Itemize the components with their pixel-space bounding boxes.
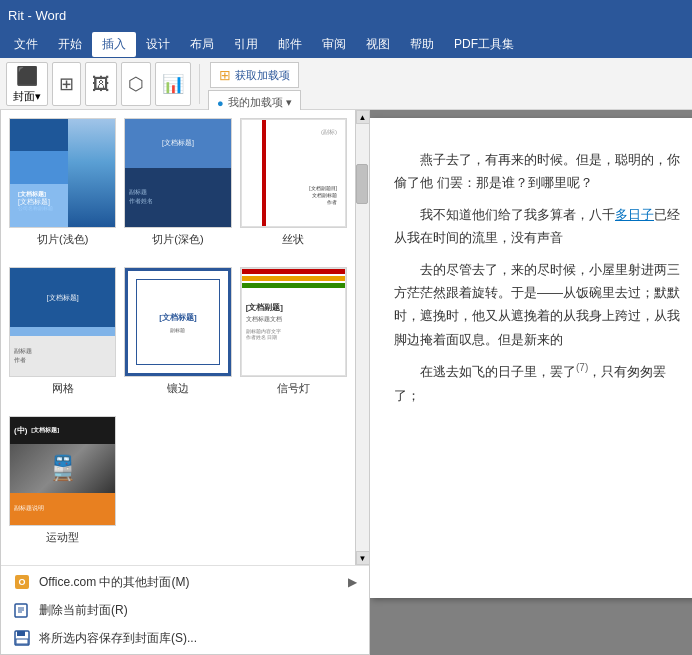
- cover-item-sishuang[interactable]: (副标) [文档副题目] 文档副标题 作者 丝状: [240, 118, 347, 259]
- cover-button[interactable]: ⬛ 封面▾: [6, 62, 48, 106]
- menu-file[interactable]: 文件: [4, 32, 48, 57]
- scroll-thumb[interactable]: [356, 164, 368, 204]
- office-covers-button[interactable]: O Office.com 中的其他封面(M) ▶: [1, 568, 369, 596]
- doc-para-4: 在逃去如飞的日子里，罢了(7)，只有匆匆罢了；: [394, 359, 686, 407]
- menu-help[interactable]: 帮助: [400, 32, 444, 57]
- menu-bar: 文件 开始 插入 设计 布局 引用 邮件 审阅 视图 帮助 PDF工具集: [0, 30, 692, 58]
- cover-item-xiangbian[interactable]: [文档标题] 副标题 镶边: [124, 267, 231, 408]
- image-icon: 🖼: [92, 74, 110, 95]
- doc-footnote-1: (7): [576, 362, 588, 373]
- ribbon: ⬛ 封面▾ ⊞ 🖼 ⬡ 📊 ⊞ 获取加载项 ● 我的加载项 ▾ 加载项: [0, 58, 692, 110]
- title-text: Rit - Word: [8, 8, 66, 23]
- svg-text:O: O: [18, 577, 25, 587]
- doc-area: 燕子去了，有再来的时候。但是，聪明的，你偷了他 们罢：那是谁？到哪里呢？ 我不知…: [370, 110, 692, 655]
- get-addon-button[interactable]: ⊞ 获取加载项: [210, 62, 299, 88]
- table-button[interactable]: ⊞: [52, 62, 81, 106]
- cover-label-wangge: 网格: [52, 381, 74, 396]
- cover-thumb-xiangbian: [文档标题] 副标题: [124, 267, 231, 377]
- menu-pdf[interactable]: PDF工具集: [444, 32, 524, 57]
- delete-cover-icon: [13, 601, 31, 619]
- delete-cover-label: 删除当前封面(R): [39, 602, 128, 619]
- cover-thumb-wangge: [文档标题] 副标题 作者: [9, 267, 116, 377]
- doc-link-1[interactable]: 多日子: [615, 207, 654, 222]
- doc-text: 燕子去了，有再来的时候。但是，聪明的，你偷了他 们罢：那是谁？到哪里呢？ 我不知…: [394, 148, 686, 407]
- table-icon: ⊞: [59, 73, 74, 95]
- svg-rect-8: [16, 639, 28, 644]
- scroll-track[interactable]: [356, 124, 369, 551]
- cover-dropdown: [文档标题] 公司名称副标题 切片(浅色) [文档标题] 副标题 作者姓名: [0, 110, 370, 655]
- scroll-bar[interactable]: ▲ ▼: [355, 110, 369, 565]
- get-addon-label: 获取加载项: [235, 68, 290, 83]
- menu-mailing[interactable]: 邮件: [268, 32, 312, 57]
- doc-para-2: 我不知道他们给了我多算者，八千多日子已经从我在时间的流里，没有声音: [394, 203, 686, 250]
- menu-view[interactable]: 视图: [356, 32, 400, 57]
- cover-item-qiepian-dark[interactable]: [文档标题] 副标题 作者姓名 切片(深色): [124, 118, 231, 259]
- scroll-down-button[interactable]: ▼: [356, 551, 370, 565]
- cover-label-qiepian-light: 切片(浅色): [37, 232, 88, 247]
- cover-label: 封面▾: [13, 89, 41, 104]
- addon-store-icon: ⊞: [219, 67, 231, 83]
- my-addon-label: 我的加载项 ▾: [228, 95, 292, 110]
- cover-item-qiepian-light[interactable]: [文档标题] 公司名称副标题 切片(浅色): [9, 118, 116, 259]
- chart-button[interactable]: 📊: [155, 62, 191, 106]
- main-area: [文档标题] 公司名称副标题 切片(浅色) [文档标题] 副标题 作者姓名: [0, 110, 692, 655]
- menu-layout[interactable]: 布局: [180, 32, 224, 57]
- cover-label-qiepian-dark: 切片(深色): [152, 232, 203, 247]
- menu-home[interactable]: 开始: [48, 32, 92, 57]
- my-addon-icon: ●: [217, 97, 224, 109]
- shapes-icon: ⬡: [128, 73, 144, 95]
- ribbon-separator: [199, 64, 200, 104]
- cover-item-xinhao[interactable]: [文档副题] 文档标题文档 副标题内容文字 作者姓名 日期 信号灯: [240, 267, 347, 408]
- cover-thumb-sishuang: (副标) [文档副题目] 文档副标题 作者: [240, 118, 347, 228]
- office-covers-arrow: ▶: [348, 575, 357, 589]
- menu-insert[interactable]: 插入: [92, 32, 136, 57]
- shapes-button[interactable]: ⬡: [121, 62, 151, 106]
- cover-label-sishuang: 丝状: [282, 232, 304, 247]
- office-covers-icon: O: [13, 573, 31, 591]
- svg-rect-7: [17, 631, 25, 636]
- doc-para-3: 去的尽管去了，来的尽时候，小屋里射进两三方茫茫然跟着旋转。于是——从饭碗里去过；…: [394, 258, 686, 352]
- cover-label-yundong: 运动型: [46, 530, 79, 545]
- menu-review[interactable]: 审阅: [312, 32, 356, 57]
- covers-grid: [文档标题] 公司名称副标题 切片(浅色) [文档标题] 副标题 作者姓名: [1, 110, 355, 565]
- cover-thumb-yundong: (中) [文档标题] 副标题说明: [9, 416, 116, 526]
- cover-thumb-xinhao: [文档副题] 文档标题文档 副标题内容文字 作者姓名 日期: [240, 267, 347, 377]
- title-bar: Rit - Word: [0, 0, 692, 30]
- scroll-up-button[interactable]: ▲: [356, 110, 370, 124]
- chart-icon: 📊: [162, 73, 184, 95]
- image-button[interactable]: 🖼: [85, 62, 117, 106]
- delete-cover-button[interactable]: 删除当前封面(R): [1, 596, 369, 624]
- cover-label-xinhao: 信号灯: [277, 381, 310, 396]
- cover-icon: ⬛: [16, 65, 38, 87]
- save-cover-icon: [13, 629, 31, 647]
- cover-thumb-qiepian-dark: [文档标题] 副标题 作者姓名: [124, 118, 231, 228]
- cover-thumb-qiepian-light: [文档标题] 公司名称副标题: [9, 118, 116, 228]
- bottom-menu: O Office.com 中的其他封面(M) ▶ 删除当前封面(R): [1, 565, 369, 654]
- menu-references[interactable]: 引用: [224, 32, 268, 57]
- save-cover-button[interactable]: 将所选内容保存到封面库(S)...: [1, 624, 369, 652]
- office-covers-label: Office.com 中的其他封面(M): [39, 574, 189, 591]
- cover-item-wangge[interactable]: [文档标题] 副标题 作者 网格: [9, 267, 116, 408]
- cover-label-xiangbian: 镶边: [167, 381, 189, 396]
- cover-item-yundong[interactable]: (中) [文档标题] 副标题说明 运动型: [9, 416, 116, 557]
- save-cover-label: 将所选内容保存到封面库(S)...: [39, 630, 197, 647]
- menu-design[interactable]: 设计: [136, 32, 180, 57]
- doc-para-1: 燕子去了，有再来的时候。但是，聪明的，你偷了他 们罢：那是谁？到哪里呢？: [394, 148, 686, 195]
- doc-page: 燕子去了，有再来的时候。但是，聪明的，你偷了他 们罢：那是谁？到哪里呢？ 我不知…: [370, 118, 692, 598]
